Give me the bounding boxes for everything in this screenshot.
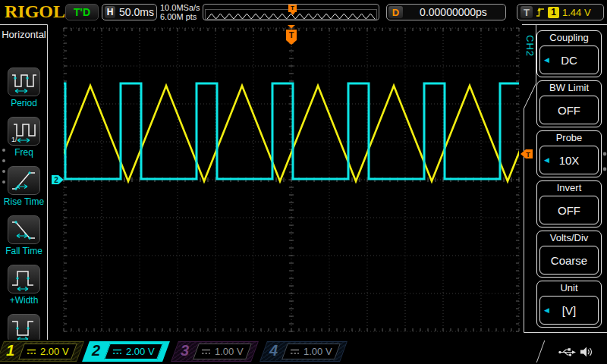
plus-width-icon — [11, 266, 38, 292]
channel-status-bar: 1 2.00 V 2 2. — [0, 340, 607, 364]
rise-time-button[interactable] — [8, 166, 40, 195]
channel-3-scale: 1.00 V — [215, 346, 244, 357]
panel-borders — [0, 25, 607, 340]
channel-4-scale: 1.00 V — [304, 346, 332, 357]
rigol-logo: RIGOL — [5, 2, 65, 22]
ch2-menu-panel: CH2 Coupling ◀ DC BW Limit OFF Probe ◀ 1… — [522, 24, 607, 340]
dc-coupling-icon — [27, 348, 36, 355]
trigger-status-text: T'D — [74, 6, 90, 18]
channel-1-badge[interactable]: 1 2.00 V — [0, 341, 80, 362]
unit-value: ◀ [V] — [539, 296, 599, 325]
trigger-info-box[interactable]: T 1 1.44 V — [517, 4, 604, 20]
trigger-status-badge: T'D — [65, 4, 99, 20]
ch2-menu-tab: CH2 — [524, 35, 536, 57]
probe-label: Probe — [537, 132, 601, 143]
channel-2-scale-box: 2.00 V — [104, 344, 163, 359]
display-area: T T 2 — [0, 0, 607, 364]
oscilloscope-screen: T T 2 RIGOL T'D H 50.0ms 10.0MSa/s 6.00M… — [0, 0, 607, 364]
menu-item-invert[interactable]: Invert OFF — [536, 180, 602, 228]
plus-width-button[interactable] — [8, 265, 40, 293]
channel-2-number: 2 — [92, 342, 100, 359]
horizontal-measure-menu: Horizontal Period 1/ Freq Rise Ti — [0, 24, 48, 340]
channel-2-badge[interactable]: 2 2.00 V — [86, 341, 166, 362]
rising-edge-icon — [536, 7, 545, 17]
memory-depth: 6.00M pts — [160, 12, 200, 21]
volts-div-value: Coarse — [539, 246, 599, 275]
bw-limit-label: BW Limit — [537, 82, 601, 93]
rise-time-icon — [11, 168, 38, 193]
channel-4-number: 4 — [269, 342, 278, 359]
invert-value: OFF — [539, 196, 599, 224]
trigger-level-value: 1.44 V — [562, 7, 591, 18]
option-arrow-icon: ◀ — [544, 156, 549, 164]
freq-icon: 1/ — [11, 118, 38, 144]
fall-time-icon — [11, 217, 38, 243]
period-button[interactable] — [8, 67, 40, 96]
waveform-preview-bar[interactable]: T — [203, 4, 379, 20]
bw-limit-value: OFF — [539, 96, 599, 124]
menu-item-coupling[interactable]: Coupling ◀ DC — [536, 30, 602, 77]
plus-width-label: +Width — [0, 295, 48, 306]
period-icon — [11, 69, 38, 95]
fall-time-label: Fall Time — [0, 246, 48, 256]
invert-label: Invert — [537, 182, 601, 193]
ch2-ground-label: 2 — [54, 176, 58, 184]
channel-3-badge[interactable]: 3 1.00 V — [175, 341, 255, 362]
dc-coupling-icon — [201, 348, 211, 355]
delay-label: D — [388, 6, 403, 18]
ch2-ground-marker[interactable]: 2 — [52, 175, 64, 184]
channel-3-number: 3 — [181, 342, 189, 359]
speaker-icon — [580, 346, 593, 358]
unit-label: Unit — [537, 282, 601, 293]
channel-1-scale: 2.00 V — [40, 346, 69, 357]
preview-trigger-label: T — [291, 5, 294, 11]
freq-button[interactable]: 1/ — [8, 117, 40, 146]
channel-2-scale: 2.00 V — [126, 346, 155, 357]
menu-item-volts-div[interactable]: Volts/Div Coarse — [536, 231, 602, 278]
trigger-label: T — [521, 6, 533, 18]
usb-icon — [558, 347, 577, 357]
channel-1-number: 1 — [6, 342, 14, 359]
menu-item-bw-limit[interactable]: BW Limit OFF — [536, 80, 602, 127]
preview-trigger-tag[interactable]: T — [288, 5, 297, 12]
trigger-delay-box[interactable]: D 0.00000000ps — [386, 4, 506, 20]
dc-coupling-icon — [290, 348, 300, 355]
svg-text:1/: 1/ — [11, 136, 17, 143]
coupling-value: ◀ DC — [539, 46, 599, 74]
minus-width-button[interactable] — [8, 314, 40, 343]
option-arrow-icon: ◀ — [544, 306, 549, 314]
trigger-source-badge: 1 — [548, 7, 559, 18]
probe-value: ◀ 10X — [539, 146, 599, 174]
acquisition-info: 10.0MSa/s 6.00M pts — [160, 3, 200, 21]
channel-3-scale-box: 1.00 V — [193, 344, 252, 359]
channel-4-badge[interactable]: 4 1.00 V — [263, 341, 344, 362]
sample-rate: 10.0MSa/s — [160, 3, 200, 12]
h-label: H — [105, 6, 115, 18]
top-status-bar: RIGOL T'D H 50.0ms 10.0MSa/s 6.00M pts T… — [0, 0, 607, 24]
dc-coupling-icon — [112, 348, 122, 355]
timebase-value: 50.0ms — [119, 6, 154, 18]
left-menu-title: Horizontal — [0, 29, 48, 40]
horizontal-timebase-box[interactable]: H 50.0ms — [102, 4, 157, 20]
volts-div-label: Volts/Div — [537, 232, 601, 243]
delay-value: 0.00000000ps — [403, 6, 504, 18]
channel-4-scale-box: 1.00 V — [281, 344, 341, 359]
fall-time-button[interactable] — [8, 215, 40, 244]
coupling-label: Coupling — [537, 32, 601, 43]
menu-item-unit[interactable]: Unit ◀ [V] — [536, 281, 602, 328]
channel-1-scale-box: 2.00 V — [18, 344, 77, 359]
menu-item-probe[interactable]: Probe ◀ 10X — [536, 130, 602, 177]
minus-width-icon — [11, 315, 38, 341]
status-separator — [536, 340, 546, 362]
option-arrow-icon: ◀ — [544, 56, 549, 64]
period-label: Period — [0, 98, 48, 108]
trigger-position-label: T — [289, 30, 294, 39]
freq-label: Freq — [0, 147, 48, 158]
rise-time-label: Rise Time — [0, 196, 48, 207]
